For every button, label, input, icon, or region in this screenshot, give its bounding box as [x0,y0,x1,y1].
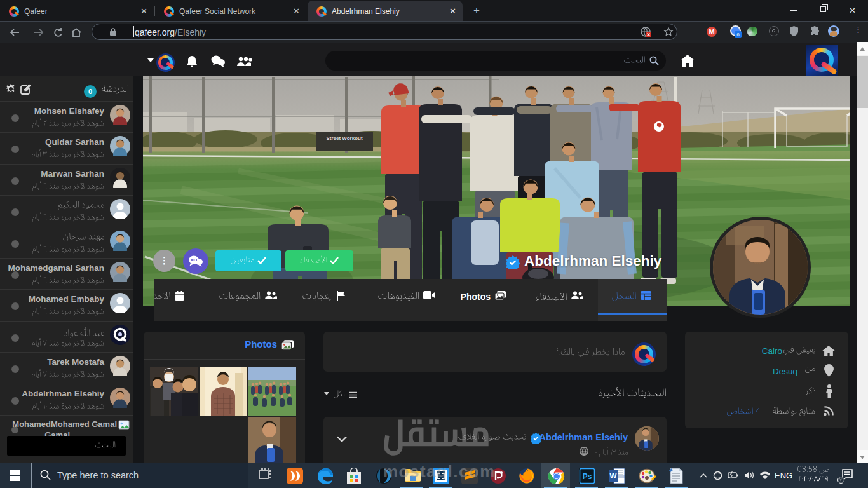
svg-text:Ps: Ps [583,472,592,481]
svg-text:Street Workout: Street Workout [326,135,363,141]
svg-text:W: W [609,471,617,480]
